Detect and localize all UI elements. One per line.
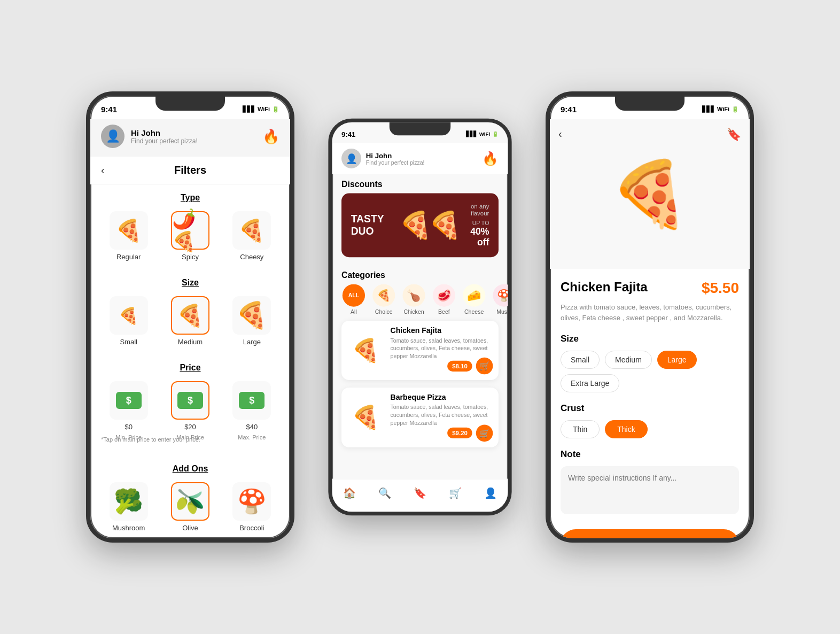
pizza-fajita-price-area: $8.10 🛒 [447, 358, 493, 375]
size-medium[interactable]: 🍕 Medium [162, 296, 217, 346]
categories-scroll: ALL All 🍕 Choice 🍗 Chicken 🥩 Beef 🧀 [332, 284, 508, 321]
size-large[interactable]: 🍕 Large [224, 296, 279, 346]
price-grid: $ $0 Min. Price $ $20 Main Price [101, 381, 279, 440]
size-small-icon: 🍕 [110, 296, 148, 335]
category-cheese[interactable]: 🧀 Cheese [462, 284, 486, 315]
size-large-button[interactable]: Large [657, 351, 697, 369]
category-choice-icon: 🍕 [372, 284, 395, 306]
phone-notch-2 [390, 122, 450, 136]
user-info: 👤 Hi John Find your perfect pizza! [341, 149, 425, 168]
signal-icon: ▋▋▋ [243, 106, 255, 113]
nav-search[interactable]: 🔍 [378, 487, 391, 499]
category-choice[interactable]: 🍕 Choice [371, 284, 396, 315]
category-all[interactable]: ALL All [341, 284, 366, 315]
nav-cart[interactable]: 🛒 [449, 487, 462, 499]
avatar: 👤 [341, 149, 361, 168]
size-small[interactable]: 🍕 Small [101, 296, 156, 346]
banner-flavour: flavour [467, 210, 489, 217]
filters-screen: 👤 Hi John Find your perfect pizza! 🔥 ‹ F… [90, 119, 290, 538]
wifi-icon: WiFi [258, 106, 270, 112]
addon-mushroom[interactable]: 🥦 Mushroom [101, 482, 156, 532]
user-subtitle: Find your perfect pizza! [366, 159, 425, 166]
home-header: 👤 Hi John Find your perfect pizza! 🔥 [332, 143, 508, 174]
price-main-icon: $ [171, 381, 209, 420]
price-main-label1: $20 [184, 423, 196, 431]
price-section-title: Price [101, 363, 279, 373]
type-regular[interactable]: 🍕 Regular [101, 211, 156, 261]
add-fajita-cart-button[interactable]: 🛒 [476, 358, 493, 375]
size-grid: 🍕 Small 🍕 Medium 🍕 Large [101, 296, 279, 346]
price-main[interactable]: $ $20 Main Price [162, 381, 217, 440]
pizza-fajita-name: Chicken Fajita [391, 327, 493, 335]
addon-mushroom-icon: 🥦 [110, 482, 148, 521]
size-medium-label: Medium [178, 338, 203, 346]
add-bbq-cart-button[interactable]: 🛒 [476, 424, 493, 442]
detail-back-button[interactable]: ‹ [558, 128, 562, 140]
note-textarea[interactable] [561, 466, 739, 514]
addon-olive[interactable]: 🫒 Olive [162, 482, 217, 532]
banner-up-to: UP TO [467, 220, 489, 226]
phone-home: 9:41 ▋▋▋ WiFi 🔋 👤 Hi John Find your perf… [328, 119, 511, 516]
crust-thick-button[interactable]: Thick [605, 420, 647, 438]
price-min-icon: $ [110, 381, 148, 420]
phone-filters: 9:41 ▋▋▋ WiFi 🔋 👤 Hi John Find your perf… [86, 91, 294, 543]
battery-icon: 🔋 [272, 106, 279, 113]
detail-pizza-name: Chicken Fajita [561, 280, 648, 295]
type-spicy[interactable]: 🌶️🍕 Spicy [162, 211, 217, 261]
price-max-label2: Max. Price [238, 434, 266, 440]
discounts-label: Discounts [332, 174, 508, 193]
back-button[interactable]: ‹ [101, 164, 105, 176]
type-spicy-icon: 🌶️🍕 [171, 211, 209, 250]
crust-thin-button[interactable]: Thin [561, 420, 600, 438]
addon-broccoli-icon: 🍄 [232, 482, 271, 521]
note-section-label: Note [561, 449, 739, 460]
size-medium-icon: 🍕 [171, 296, 209, 335]
pizza-fajita-desc: Tomato sauce, salad leaves, tomatoes, cu… [391, 337, 493, 360]
type-cheesy[interactable]: 🍕 Cheesy [224, 211, 279, 261]
pizza-card-bbq[interactable]: 🍕 Barbeque Pizza Tomato sauce, salad lea… [341, 388, 499, 447]
detail-screen: ‹ 🍕 🔖 Chicken Fajita $5.50 Pizza with to… [550, 119, 750, 538]
type-grid: 🍕 Regular 🌶️🍕 Spicy 🍕 C [101, 211, 279, 261]
banner-right: on any flavour UP TO 40% off [467, 203, 489, 248]
nav-bookmark[interactable]: 🔖 [414, 487, 426, 499]
bottom-nav: 🏠 🔍 🔖 🛒 👤 [332, 479, 508, 512]
addons-section: Add Ons 🥦 Mushroom 🫒 Olive [90, 455, 290, 538]
money-icon-min: $ [116, 392, 142, 409]
detail-bookmark-icon[interactable]: 🔖 [727, 128, 741, 142]
battery-icon-2: 🔋 [492, 131, 499, 137]
status-icons-1: ▋▋▋ WiFi 🔋 [243, 106, 279, 113]
nav-profile[interactable]: 👤 [484, 487, 497, 499]
pizza-card-fajita[interactable]: 🍕 Chicken Fajita Tomato sauce, salad lea… [341, 321, 499, 380]
detail-body: Chicken Fajita $5.50 Pizza with tomato s… [550, 269, 750, 538]
pizza-bbq-img: 🍕 [347, 399, 385, 436]
detail-pizza-image: 🍕 [586, 130, 714, 258]
money-icon-main: $ [177, 392, 203, 409]
size-small-label: Small [120, 338, 137, 346]
size-small-button[interactable]: Small [561, 351, 600, 369]
price-max[interactable]: $ $40 Max. Price [224, 381, 279, 440]
add-to-cart-button[interactable]: Add To Cart [561, 529, 739, 538]
price-min[interactable]: $ $0 Min. Price [101, 381, 156, 440]
pizza-fajita-price: $8.10 [447, 361, 472, 372]
price-section: Price $ $0 Min. Price $ $20 Ma [90, 354, 290, 455]
size-section-label: Size [561, 334, 739, 344]
type-section-title: Type [101, 193, 279, 203]
nav-home[interactable]: 🏠 [343, 487, 356, 499]
price-max-label1: $40 [246, 423, 258, 431]
status-time-1: 9:41 [101, 105, 117, 114]
phone-notch-3 [615, 96, 685, 111]
size-medium-button[interactable]: Medium [605, 351, 652, 369]
category-cheese-icon: 🧀 [463, 284, 485, 306]
addon-broccoli[interactable]: 🍄 Broccoli [224, 482, 279, 532]
size-extra-large-button[interactable]: Extra Large [561, 374, 619, 392]
category-beef[interactable]: 🥩 Beef [432, 284, 456, 315]
size-section: Size 🍕 Small 🍕 Medium [90, 269, 290, 354]
addons-section-title: Add Ons [101, 464, 279, 474]
phone-detail: 9:41 ▋▋▋ WiFi 🔋 ‹ 🍕 🔖 Chicken Fajita $5.… [546, 91, 754, 543]
category-chicken[interactable]: 🍗 Chicken [402, 284, 426, 315]
category-all-label: All [351, 308, 357, 315]
wifi-icon-2: WiFi [479, 131, 490, 137]
category-mush[interactable]: 🍄 Mush. [492, 284, 508, 315]
type-cheesy-icon: 🍕 [232, 211, 271, 250]
battery-icon-3: 🔋 [732, 106, 739, 113]
